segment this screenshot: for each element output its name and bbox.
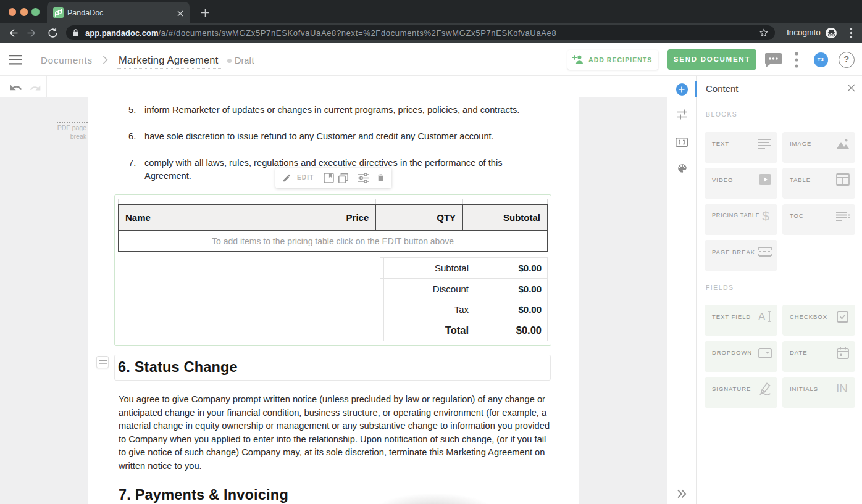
svg-text:A: A [758, 311, 766, 323]
